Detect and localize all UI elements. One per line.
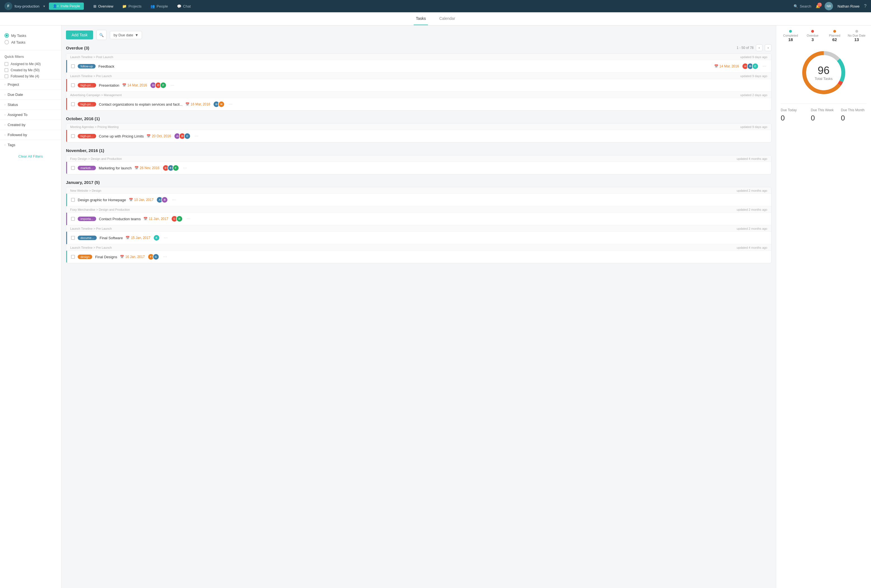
all-tasks-radio[interactable]: All Tasks (4, 39, 57, 46)
user-avatar[interactable]: NR (825, 2, 833, 10)
more-options-button[interactable]: ··· (163, 235, 169, 240)
task-checkbox[interactable] (71, 198, 75, 202)
project-path: Foxy Merchandise > Design and Production (70, 208, 737, 211)
chevron-right-icon: › (4, 103, 5, 106)
calendar-icon: 📅 (185, 102, 190, 106)
task-checkbox[interactable] (71, 102, 75, 106)
task-date: 📅 14 Mar, 2016 (714, 64, 739, 68)
filter-tags[interactable]: › Tags (0, 140, 61, 150)
invite-people-button[interactable]: 👤+ Invite People (49, 3, 84, 10)
more-options-button[interactable]: ··· (193, 133, 199, 139)
task-area: Add Task 🔍 by Due date ▼ Overdue (3) 1 -… (61, 25, 776, 588)
task-checkbox[interactable] (71, 255, 75, 259)
task-name[interactable]: Final Designs (95, 255, 117, 259)
task-checkbox[interactable] (71, 134, 75, 138)
filter-followed-by[interactable]: › Followed by (0, 130, 61, 140)
sort-select[interactable]: by Due date ▼ (110, 31, 142, 39)
task-name[interactable]: Design graphic for Homepage (78, 198, 126, 202)
notification-bell[interactable]: 🔔 23 (816, 4, 820, 8)
avatar: E (153, 235, 160, 241)
clear-all-filters-button[interactable]: Clear All Filters (0, 150, 61, 163)
task-checkbox[interactable] (71, 166, 75, 170)
help-icon[interactable]: ? (864, 4, 867, 9)
my-tasks-radio[interactable]: My Tasks (4, 32, 57, 39)
task-name[interactable]: Contact Production teams (99, 217, 141, 221)
task-project-header: Launch Timeline > Post Launch updated 9 … (66, 54, 771, 60)
filter-followed-by-me[interactable]: Followed by Me (4) (0, 73, 61, 79)
donut-center: 96 Total Tasks (814, 64, 832, 81)
topnav: F foxy-production ▼ 👤+ Invite People ⊞ O… (0, 0, 871, 12)
task-project-header: Foxy Merchandise > Design and Production… (66, 206, 771, 212)
updated-time: updated 2 months ago (737, 208, 767, 211)
due-week: Due This Week 0 (811, 108, 837, 123)
filter-project[interactable]: › Project (0, 79, 61, 90)
tab-tasks[interactable]: Tasks (414, 12, 428, 25)
people-icon: 👥 (150, 4, 155, 8)
more-options-button[interactable]: ··· (182, 165, 188, 171)
filter-assigned-to[interactable]: › Assigned To (0, 109, 61, 120)
more-options-button[interactable]: ··· (762, 64, 767, 69)
filter-assigned-to-me[interactable]: Assigned to Me (40) (0, 61, 61, 67)
nav-item-chat[interactable]: 💬 Chat (173, 3, 195, 10)
overdue-header: Overdue (3) 1 - 50 of 78 ‹ › (66, 45, 771, 51)
task-name[interactable]: Final Software (100, 236, 123, 240)
divider (781, 103, 867, 104)
brand-name: foxy-production (15, 4, 39, 8)
section-header: October, 2016 (1) (66, 116, 771, 121)
nodate-dot (855, 30, 858, 33)
nav-item-projects[interactable]: 📁 Projects (118, 3, 145, 10)
november-section: November, 2016 (1) Foxy Design > Design … (66, 148, 771, 174)
task-name[interactable]: Contact organizations to explain service… (99, 102, 183, 106)
chevron-down-icon: ▼ (135, 33, 138, 37)
task-checkbox[interactable] (71, 217, 75, 221)
more-options-button[interactable]: ··· (162, 254, 168, 259)
task-checkbox[interactable] (71, 83, 75, 87)
task-row: marketi... Marketing for launch 📅 26 Nov… (66, 162, 771, 174)
task-row: docume... Final Software 📅 15 Jan, 2017 … (66, 232, 771, 244)
task-name[interactable]: Come up with Pricing Limits (99, 134, 144, 138)
total-tasks-number: 96 (814, 64, 832, 76)
pagination: 1 - 50 of 78 ‹ › (736, 45, 771, 51)
next-page-button[interactable]: › (765, 45, 771, 51)
nav-item-overview[interactable]: ⊞ Overview (90, 3, 117, 10)
more-options-button[interactable]: ··· (227, 102, 233, 107)
task-name[interactable]: Marketing for launch (99, 166, 132, 170)
tab-calendar[interactable]: Calendar (437, 12, 457, 25)
prev-page-button[interactable]: ‹ (756, 45, 763, 51)
project-path: Launch Timeline > Pre Launch (70, 74, 740, 78)
search-button[interactable]: 🔍 Search (793, 4, 811, 8)
filter-due-date[interactable]: › Due Date (0, 90, 61, 99)
task-tag: docume... (78, 236, 97, 240)
task-toolbar: Add Task 🔍 by Due date ▼ (66, 30, 771, 40)
january-section: January, 2017 (5) New Website > Design u… (66, 180, 771, 263)
add-task-button[interactable]: Add Task (66, 30, 93, 39)
project-path: New Website > Design (70, 189, 737, 192)
task-checkbox[interactable] (71, 236, 75, 240)
right-panel: Completed 18 Overdue 3 Planned 62 No Due… (776, 25, 871, 588)
task-name[interactable]: Presentation (99, 83, 119, 87)
due-month: Due This Month 0 (841, 108, 867, 123)
task-name[interactable]: Feedback (99, 64, 114, 69)
task-search-button[interactable]: 🔍 (96, 30, 106, 40)
task-project-header: Advertising Campaign > Management update… (66, 92, 771, 98)
filter-created-by-me[interactable]: Created by Me (50) (0, 67, 61, 73)
section-title: November, 2016 (1) (66, 148, 104, 153)
more-options-button[interactable]: ··· (171, 197, 177, 202)
more-options-button[interactable]: ··· (186, 216, 192, 221)
main-content: My Tasks All Tasks Quick filters Assigne… (0, 25, 871, 588)
filter-status[interactable]: › Status (0, 99, 61, 109)
more-options-button[interactable]: ··· (169, 83, 175, 88)
chevron-right-icon: › (4, 123, 5, 126)
brand[interactable]: F foxy-production ▼ (4, 2, 46, 10)
filter-created-by[interactable]: › Created by (0, 120, 61, 130)
nav-item-people[interactable]: 👥 People (147, 3, 172, 10)
task-date: 📅 10 Jan, 2017 (129, 198, 153, 202)
task-avatars: D E F (162, 165, 179, 171)
task-checkbox[interactable] (71, 64, 75, 68)
quick-filters-title: Quick filters (0, 52, 61, 61)
overview-icon: ⊞ (93, 4, 96, 8)
task-avatars: A B C (174, 133, 191, 139)
calendar-icon: 📅 (144, 217, 148, 221)
task-avatars: C D (171, 215, 183, 222)
avatar: D (176, 215, 183, 222)
